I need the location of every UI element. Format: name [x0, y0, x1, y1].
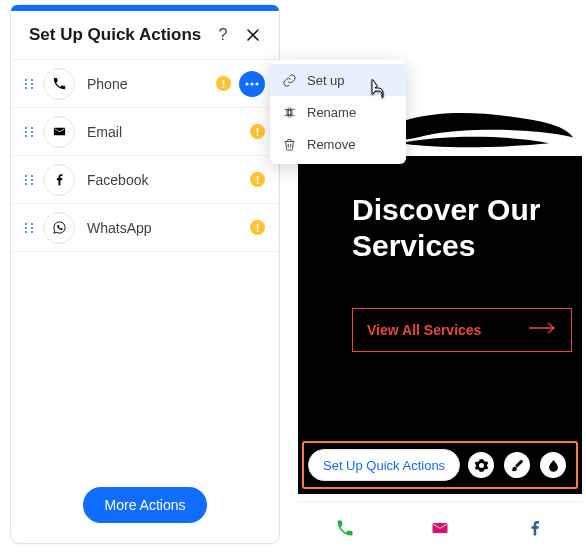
facebook-icon — [43, 164, 75, 196]
facebook-icon — [525, 518, 545, 538]
drag-handle-icon[interactable] — [25, 79, 35, 89]
close-button[interactable] — [243, 25, 263, 45]
ctx-item-label: Set up — [307, 73, 345, 88]
panel-title: Set Up Quick Actions — [29, 25, 213, 45]
drag-handle-icon[interactable] — [25, 175, 35, 185]
rename-icon — [282, 105, 297, 120]
warning-icon: ! — [250, 220, 265, 235]
help-button[interactable]: ? — [213, 25, 233, 45]
gear-icon — [474, 458, 489, 473]
whatsapp-icon — [43, 212, 75, 244]
link-icon — [282, 73, 297, 88]
svg-point-0 — [245, 82, 248, 85]
design-button[interactable] — [502, 450, 532, 480]
phone-icon — [43, 68, 75, 100]
color-button[interactable] — [538, 450, 568, 480]
arrow-right-icon — [529, 321, 557, 339]
action-label: Email — [87, 124, 244, 140]
email-icon — [430, 518, 450, 538]
warning-icon: ! — [250, 124, 265, 139]
drag-handle-icon[interactable] — [25, 223, 35, 233]
quick-action-phone[interactable] — [298, 502, 393, 553]
quick-action-email[interactable] — [393, 502, 488, 553]
action-row-phone[interactable]: Phone ! — [11, 60, 279, 108]
action-row-email[interactable]: Email ! — [11, 108, 279, 156]
ctx-item-label: Remove — [307, 137, 355, 152]
email-icon — [43, 116, 75, 148]
svg-point-2 — [255, 82, 258, 85]
warning-icon: ! — [250, 172, 265, 187]
more-actions-button[interactable]: More Actions — [83, 487, 208, 523]
action-list: Phone ! Email ! Facebook ! — [11, 60, 279, 471]
row-context-menu: Set up Rename Remove — [270, 60, 406, 164]
phone-icon — [335, 518, 355, 538]
hero-title: Discover Our Services — [352, 192, 582, 264]
ctx-item-remove[interactable]: Remove — [270, 128, 406, 160]
svg-point-1 — [250, 82, 253, 85]
action-label: WhatsApp — [87, 220, 244, 236]
hero-title-line: Services — [352, 228, 582, 264]
quick-action-facebook[interactable] — [487, 502, 582, 553]
ctx-item-label: Rename — [307, 105, 356, 120]
close-icon — [246, 28, 260, 42]
quick-actions-panel: Set Up Quick Actions ? Phone ! Email ! — [10, 4, 280, 544]
drag-handle-icon[interactable] — [25, 127, 35, 137]
quick-actions-element-selection[interactable]: Set Up Quick Actions — [302, 441, 578, 489]
brush-icon — [510, 458, 525, 473]
action-row-whatsapp[interactable]: WhatsApp ! — [11, 204, 279, 252]
trash-icon — [282, 137, 297, 152]
warning-icon: ! — [216, 76, 231, 91]
cursor-pointer-icon — [366, 78, 386, 104]
panel-header: Set Up Quick Actions ? — [11, 11, 279, 60]
view-all-services-button[interactable]: View All Services — [352, 308, 572, 352]
action-label: Facebook — [87, 172, 244, 188]
set-up-quick-actions-button[interactable]: Set Up Quick Actions — [308, 449, 460, 481]
panel-footer: More Actions — [11, 471, 279, 543]
svg-rect-3 — [287, 110, 292, 114]
row-overflow-button[interactable] — [239, 71, 265, 97]
quick-actions-bar — [298, 501, 582, 553]
settings-button[interactable] — [466, 450, 496, 480]
action-row-facebook[interactable]: Facebook ! — [11, 156, 279, 204]
drop-icon — [546, 458, 561, 473]
cta-label: View All Services — [367, 322, 481, 338]
hero-title-line: Discover Our — [352, 192, 582, 228]
action-label: Phone — [87, 76, 210, 92]
